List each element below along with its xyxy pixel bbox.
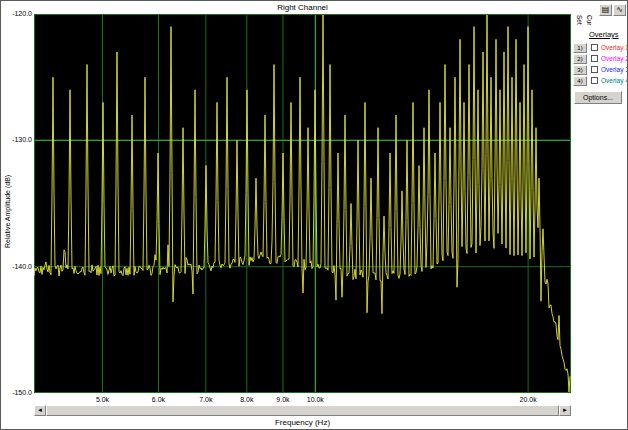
x-tick-label: 10.0k	[301, 396, 329, 403]
y-axis-title: Relative Amplitude (dB)	[1, 91, 13, 331]
x-tick-label: 20.0k	[514, 396, 542, 403]
overlay-checkbox-1[interactable]	[591, 44, 598, 51]
x-axis-title: Frequency (Hz)	[34, 418, 571, 427]
x-tick-label: 5.0k	[89, 396, 117, 403]
spectrum-plot	[34, 14, 571, 393]
overlay-checkbox-3[interactable]	[591, 66, 598, 73]
x-tick-label: 7.0k	[192, 396, 220, 403]
overlay-checkbox-4[interactable]	[591, 77, 598, 84]
y-tick-label: -150.0	[3, 389, 32, 396]
scrollbar-track[interactable]	[46, 405, 559, 416]
x-tick-label: 6.0k	[144, 396, 172, 403]
overlay-set-button-3[interactable]: 3)	[573, 65, 587, 75]
scroll-left-button[interactable]: ◄	[34, 405, 46, 416]
horizontal-scrollbar[interactable]: ◄ ►	[34, 405, 571, 416]
overlays-title: Overlays	[589, 30, 619, 39]
x-tick-label: 8.0k	[233, 396, 261, 403]
y-tick-label: -130.0	[3, 136, 32, 143]
set-column-header: Set	[576, 15, 583, 25]
mixer-icon[interactable]: ▤	[599, 4, 612, 16]
overlay-row: 2)Overlay 2	[573, 54, 628, 64]
panel-toolbar: ▤ ∿	[599, 4, 626, 16]
chart-title: Right Channel	[34, 3, 571, 12]
overlay-checkbox-2[interactable]	[591, 55, 598, 62]
spectrum-analyzer-window: Right Channel Relative Amplitude (dB) ◄ …	[0, 0, 628, 430]
overlay-row: 1)Overlay 1	[573, 43, 628, 53]
options-button[interactable]: Options...	[574, 91, 622, 104]
overlay-label-3: Overlay 3	[601, 66, 628, 73]
y-tick-label: -140.0	[3, 263, 32, 270]
overlay-set-button-1[interactable]: 1)	[573, 43, 587, 53]
overlay-label-2: Overlay 2	[601, 55, 628, 62]
plot-area[interactable]	[34, 14, 571, 393]
overlay-row: 3)Overlay 3	[573, 65, 628, 75]
scrollbar-thumb[interactable]	[46, 405, 559, 416]
overlay-label-4: Overlay 4	[601, 77, 628, 84]
signal-icon[interactable]: ∿	[613, 4, 626, 16]
overlays-panel: ▤ ∿ Set Cur Overlays 1)Overlay 12)Overla…	[573, 3, 628, 115]
scroll-right-button[interactable]: ►	[559, 405, 571, 416]
y-tick-label: -120.0	[3, 10, 32, 17]
overlay-label-1: Overlay 1	[601, 44, 628, 51]
overlay-row: 4)Overlay 4	[573, 76, 628, 86]
overlay-set-button-2[interactable]: 2)	[573, 54, 587, 64]
cur-column-header: Cur	[586, 15, 593, 25]
x-tick-label: 9.0k	[269, 396, 297, 403]
overlay-set-button-4[interactable]: 4)	[573, 76, 587, 86]
